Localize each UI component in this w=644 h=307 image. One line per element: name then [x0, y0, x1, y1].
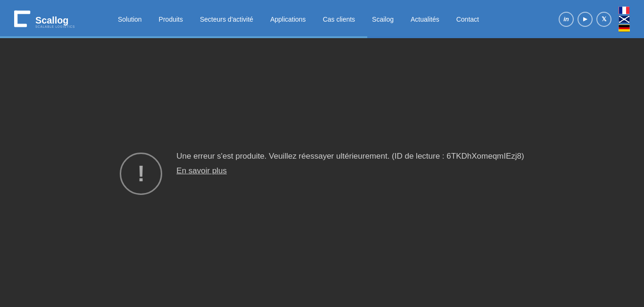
social-icons: in ▶ 𝕏	[559, 12, 611, 27]
nav-produits[interactable]: Produits	[150, 0, 191, 38]
error-icon: !	[120, 153, 162, 195]
nav-applications[interactable]: Applications	[262, 0, 314, 38]
main-nav: Solution Produits Secteurs d'activité Ap…	[109, 0, 559, 38]
main-content: ! Une erreur s'est produite. Veuillez ré…	[0, 38, 644, 307]
learn-more-link[interactable]: En savoir plus	[176, 166, 227, 175]
error-container: ! Une erreur s'est produite. Veuillez ré…	[120, 150, 524, 195]
loading-progress-bar	[0, 36, 367, 38]
svg-rect-2	[14, 24, 27, 27]
svg-text:SCALABLE LOGISTICS: SCALABLE LOGISTICS	[35, 25, 75, 28]
error-message: Une erreur s'est produite. Veuillez rées…	[176, 150, 524, 162]
twitter-icon[interactable]: 𝕏	[596, 12, 611, 27]
flag-fr-icon[interactable]	[619, 7, 630, 14]
nav-contact[interactable]: Contact	[448, 0, 487, 38]
flag-en-icon[interactable]	[619, 16, 630, 23]
nav-cas-clients[interactable]: Cas clients	[314, 0, 363, 38]
linkedin-icon[interactable]: in	[559, 12, 574, 27]
site-header: Scallog SCALABLE LOGISTICS Solution Prod…	[0, 0, 644, 38]
youtube-icon[interactable]: ▶	[578, 12, 593, 27]
language-selector	[619, 7, 630, 32]
nav-solution[interactable]: Solution	[109, 0, 150, 38]
nav-scailog[interactable]: Scailog	[363, 0, 402, 38]
svg-text:Scallog: Scallog	[35, 15, 68, 25]
error-text-block: Une erreur s'est produite. Veuillez rées…	[176, 150, 524, 176]
nav-actualites[interactable]: Actualités	[402, 0, 448, 38]
logo[interactable]: Scallog SCALABLE LOGISTICS	[14, 8, 91, 30]
flag-de-icon[interactable]	[619, 24, 630, 32]
svg-rect-1	[14, 11, 30, 14]
nav-secteurs[interactable]: Secteurs d'activité	[191, 0, 262, 38]
